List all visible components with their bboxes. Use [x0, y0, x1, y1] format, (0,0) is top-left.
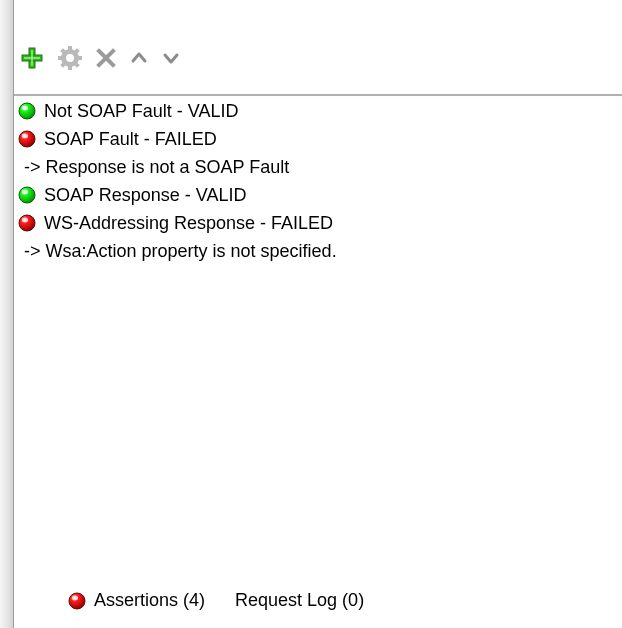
footer-tabs: Assertions (4) Request Log (0)	[14, 572, 622, 628]
request-log-tab-label: Request Log (0)	[235, 590, 364, 611]
svg-point-13	[66, 54, 74, 62]
assertion-row[interactable]: SOAP Response - VALID	[18, 181, 622, 209]
chevron-down-icon	[162, 49, 180, 67]
svg-rect-6	[68, 65, 72, 70]
svg-rect-8	[77, 56, 82, 60]
x-icon	[96, 48, 116, 68]
assertions-toolbar	[14, 30, 622, 86]
assertion-detail: -> Wsa:Action property is not specified.	[18, 237, 622, 265]
request-log-tab[interactable]: Request Log (0)	[235, 590, 364, 611]
assertion-row[interactable]: SOAP Fault - FAILED	[18, 125, 622, 153]
assertions-tab[interactable]: Assertions (4)	[68, 590, 205, 611]
status-led-fail	[18, 214, 36, 232]
assertion-row[interactable]: WS-Addressing Response - FAILED	[18, 209, 622, 237]
svg-rect-5	[68, 46, 72, 51]
svg-point-22	[19, 215, 35, 231]
assertion-detail: -> Response is not a SOAP Fault	[18, 153, 622, 181]
assertions-tab-label: Assertions (4)	[94, 590, 205, 611]
svg-point-21	[22, 190, 28, 194]
plus-icon	[20, 46, 44, 70]
svg-rect-3	[24, 57, 40, 59]
svg-point-18	[19, 131, 35, 147]
assertion-label: SOAP Fault - FAILED	[44, 129, 217, 150]
add-assertion-button[interactable]	[20, 46, 44, 70]
remove-assertion-button[interactable]	[96, 48, 116, 68]
svg-point-24	[69, 593, 85, 609]
assertion-label: SOAP Response - VALID	[44, 185, 246, 206]
svg-point-23	[22, 218, 28, 222]
svg-rect-7	[58, 56, 63, 60]
configure-button[interactable]	[58, 46, 82, 70]
gear-icon	[58, 46, 82, 70]
assertion-row[interactable]: Not SOAP Fault - VALID	[18, 97, 622, 125]
assertions-status-led	[68, 592, 86, 610]
vertical-resize-handle[interactable]	[0, 0, 14, 628]
svg-point-16	[19, 103, 35, 119]
move-up-button[interactable]	[130, 49, 148, 67]
svg-point-19	[22, 134, 28, 138]
chevron-up-icon	[130, 49, 148, 67]
status-led-pass	[18, 102, 36, 120]
move-down-button[interactable]	[162, 49, 180, 67]
assertion-list: Not SOAP Fault - VALIDSOAP Fault - FAILE…	[14, 97, 622, 572]
status-led-pass	[18, 186, 36, 204]
status-led-fail	[18, 130, 36, 148]
assertion-label: Not SOAP Fault - VALID	[44, 101, 238, 122]
svg-point-17	[22, 106, 28, 110]
svg-point-20	[19, 187, 35, 203]
assertion-label: WS-Addressing Response - FAILED	[44, 213, 333, 234]
svg-point-25	[72, 595, 78, 599]
